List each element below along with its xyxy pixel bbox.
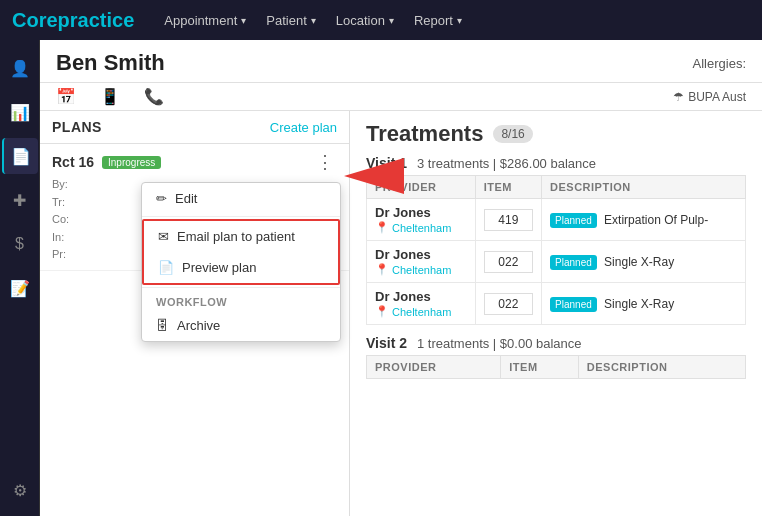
visit-1-info: 3 treatments | $286.00 balance (417, 156, 596, 171)
col-description-v2: DESCRIPTION (578, 356, 745, 379)
treatments-title: Treatments (366, 121, 483, 147)
dropdown-divider-2 (142, 287, 340, 288)
dropdown-archive[interactable]: 🗄 Archive (142, 310, 340, 341)
create-plan-button[interactable]: Create plan (270, 120, 337, 135)
visit-2-info: 1 treatments | $0.00 balance (417, 336, 582, 351)
nav-patient-arrow: ▾ (311, 15, 316, 26)
treatments-panel: Treatments 8/16 Visit 1 3 treatments | $… (350, 111, 762, 516)
visit-2-table: PROVIDER ITEM DESCRIPTION (366, 355, 746, 379)
visit-1-header: Visit 1 3 treatments | $286.00 balance (366, 155, 746, 171)
nav-location[interactable]: Location ▾ (336, 13, 394, 28)
nav-location-arrow: ▾ (389, 15, 394, 26)
item-cell: 419 (475, 199, 541, 241)
item-cell: 022 (475, 241, 541, 283)
table-row: Dr Jones 📍Cheltenham 022 Planned Single … (367, 241, 746, 283)
tab-icons-row: 📅 📱 📞 ☂ BUPA Aust (40, 83, 762, 111)
visit-1-table: PROVIDER ITEM DESCRIPTION Dr Jones 📍Chel… (366, 175, 746, 325)
insurance-icon: ☂ (673, 90, 684, 104)
table-row: Dr Jones 📍Cheltenham 419 Planned Extirpa… (367, 199, 746, 241)
provider-location: 📍Cheltenham (375, 221, 467, 234)
content-area: Ben Smith Allergies: 📅 📱 📞 ☂ BUPA Aust P… (40, 40, 762, 516)
item-code: 419 (484, 209, 533, 231)
planned-badge: Planned (550, 213, 597, 228)
allergies-label: Allergies: (693, 56, 746, 71)
plan-more-button[interactable]: ⋮ (313, 150, 337, 174)
patient-header: Ben Smith Allergies: (40, 40, 762, 83)
provider-cell: Dr Jones 📍Cheltenham (367, 283, 476, 325)
insurance-name: BUPA Aust (688, 90, 746, 104)
archive-icon: 🗄 (156, 318, 169, 333)
navbar: Corepractice Appointment ▾ Patient ▾ Loc… (0, 0, 762, 40)
provider-location: 📍Cheltenham (375, 305, 467, 318)
brand-logo[interactable]: Corepractice (12, 9, 134, 32)
visit-2-label: Visit 2 (366, 335, 407, 351)
email-icon: ✉ (158, 229, 169, 244)
sidebar-item-document[interactable]: 📄 (2, 138, 38, 174)
sidebar-item-chart[interactable]: 📊 (2, 94, 38, 130)
nav-appointment-arrow: ▾ (241, 15, 246, 26)
edit-icon: ✏ (156, 191, 167, 206)
icon-sidebar: 👤 📊 📄 ✚ $ 📝 ⚙ (0, 40, 40, 516)
sidebar-item-user[interactable]: 👤 (2, 50, 38, 86)
sidebar-item-notes[interactable]: 📝 (2, 270, 38, 306)
insurance-badge: ☂ BUPA Aust (673, 90, 746, 104)
description-text: Single X-Ray (604, 297, 674, 311)
plans-title: PLANS (52, 119, 102, 135)
table-row: Dr Jones 📍Cheltenham 022 Planned Single … (367, 283, 746, 325)
plan-item-header: Rct 16 Inprogress ⋮ (52, 150, 337, 174)
preview-icon: 📄 (158, 260, 174, 275)
dropdown-email-plan[interactable]: ✉ Email plan to patient (144, 221, 338, 252)
nav-report-arrow: ▾ (457, 15, 462, 26)
red-arrow-indicator (344, 158, 404, 197)
preview-label: Preview plan (182, 260, 256, 275)
dropdown-preview-plan[interactable]: 📄 Preview plan (144, 252, 338, 283)
item-code: 022 (484, 251, 533, 273)
description-cell: Planned Extirpation Of Pulp- (542, 199, 746, 241)
nav-report[interactable]: Report ▾ (414, 13, 462, 28)
dropdown-divider-1 (142, 216, 340, 217)
nav-appointment[interactable]: Appointment ▾ (164, 13, 246, 28)
plan-item: Rct 16 Inprogress ⋮ By: Tr: Co: In: Pr: (40, 144, 349, 271)
dropdown-menu: ✏ Edit ✉ Email plan to patient 📄 Prev (141, 182, 341, 342)
provider-name: Dr Jones (375, 247, 467, 262)
col-item: ITEM (475, 176, 541, 199)
treatments-title-row: Treatments 8/16 (366, 121, 746, 147)
provider-location: 📍Cheltenham (375, 263, 467, 276)
calendar-tab-icon[interactable]: 📅 (56, 87, 76, 106)
col-provider-v2: PROVIDER (367, 356, 501, 379)
lower-content: PLANS Create plan Rct 16 Inprogress ⋮ By… (40, 111, 762, 516)
plan-name: Rct 16 (52, 154, 94, 170)
item-cell: 022 (475, 283, 541, 325)
edit-label: Edit (175, 191, 197, 206)
provider-name: Dr Jones (375, 289, 467, 304)
location-icon: 📍 (375, 263, 389, 276)
mobile-tab-icon[interactable]: 📱 (100, 87, 120, 106)
nav-patient[interactable]: Patient ▾ (266, 13, 315, 28)
planned-badge: Planned (550, 297, 597, 312)
description-cell: Planned Single X-Ray (542, 241, 746, 283)
workflow-section-label: WORKFLOW (142, 290, 340, 310)
dropdown-edit[interactable]: ✏ Edit (142, 183, 340, 214)
location-icon: 📍 (375, 221, 389, 234)
main-layout: 👤 📊 📄 ✚ $ 📝 ⚙ Ben Smith Allergies: 📅 📱 📞… (0, 40, 762, 516)
provider-cell: Dr Jones 📍Cheltenham (367, 241, 476, 283)
plan-status-badge: Inprogress (102, 156, 161, 169)
svg-marker-0 (344, 158, 404, 194)
sidebar-item-medical[interactable]: ✚ (2, 182, 38, 218)
visit-2-header: Visit 2 1 treatments | $0.00 balance (366, 335, 746, 351)
sidebar-item-dollar[interactable]: $ (2, 226, 38, 262)
plans-header: PLANS Create plan (40, 111, 349, 144)
treatments-count-badge: 8/16 (493, 125, 532, 143)
sidebar-item-settings[interactable]: ⚙ (2, 472, 38, 508)
email-label: Email plan to patient (177, 229, 295, 244)
phone-tab-icon[interactable]: 📞 (144, 87, 164, 106)
description-text: Single X-Ray (604, 255, 674, 269)
item-code: 022 (484, 293, 533, 315)
planned-badge: Planned (550, 255, 597, 270)
location-icon: 📍 (375, 305, 389, 318)
highlighted-actions-box: ✉ Email plan to patient 📄 Preview plan (142, 219, 340, 285)
col-description: DESCRIPTION (542, 176, 746, 199)
col-item-v2: ITEM (501, 356, 579, 379)
patient-name: Ben Smith (56, 50, 165, 76)
description-cell: Planned Single X-Ray (542, 283, 746, 325)
